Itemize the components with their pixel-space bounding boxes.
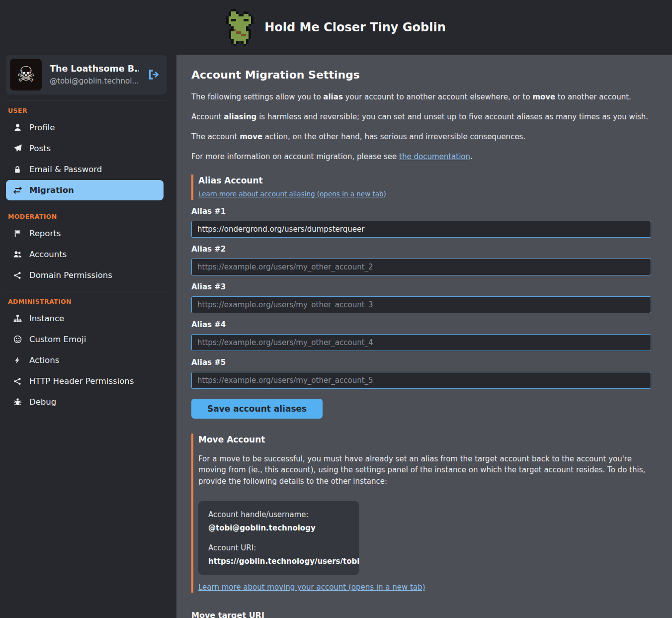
users-icon <box>13 250 22 259</box>
sidebar-section-administration: ADMINISTRATION <box>6 293 172 308</box>
share-nodes-icon <box>13 271 22 279</box>
sidebar-item-domain-permissions[interactable]: Domain Permissions <box>6 265 164 285</box>
main-panel: Account Migration Settings The following… <box>176 55 672 618</box>
user-handle: @tobi@goblin.technol... <box>50 77 139 86</box>
text: The following settings allow you to <box>191 92 323 101</box>
sign-out-icon[interactable] <box>147 68 160 81</box>
alias-1-input[interactable] <box>191 221 651 238</box>
move-account-heading: Move Account <box>198 435 651 444</box>
move-learn-more-link[interactable]: Learn more about moving your account (op… <box>198 583 425 592</box>
text: . <box>470 152 473 161</box>
sidebar-item-http-header-permissions[interactable]: HTTP Header Permissions <box>6 371 164 391</box>
alias-account-section-header: Alias Account Learn more about account a… <box>191 175 651 200</box>
alias-2-label: Alias #2 <box>191 245 651 254</box>
sidebar-item-accounts[interactable]: Accounts <box>6 244 164 265</box>
sidebar-item-label: Accounts <box>29 250 67 259</box>
page-title: Account Migration Settings <box>191 69 651 81</box>
sidebar-section-user: USER <box>6 102 172 117</box>
user-icon <box>13 123 22 132</box>
header: Hold Me Closer Tiny Goblin <box>0 0 672 55</box>
account-uri-label: Account URI: <box>208 543 349 552</box>
move-details-box: Account handle/username: @tobi@goblin.te… <box>198 501 359 575</box>
alias-2-field: Alias #2 <box>191 245 651 275</box>
sidebar-item-label: HTTP Header Permissions <box>29 376 134 386</box>
text: The account <box>191 132 240 141</box>
sidebar-item-migration[interactable]: Migration <box>6 180 164 200</box>
skull-avatar: ☠ <box>10 59 42 90</box>
flag-icon <box>13 229 22 238</box>
lock-icon <box>13 165 22 174</box>
smiley-icon <box>13 335 22 344</box>
sidebar-section-moderation: MODERATION <box>6 208 172 223</box>
account-handle-label: Account handle/username: <box>208 510 349 519</box>
exchange-arrows-icon <box>13 186 22 194</box>
layout: ☠ The Loathsome B... @tobi@goblin.techno… <box>0 55 672 618</box>
site-title: Hold Me Closer Tiny Goblin <box>264 20 446 34</box>
sidebar-item-label: Profile <box>29 123 55 132</box>
move-account-section: Move Account For a move to be successful… <box>191 434 651 593</box>
intro-paragraph-2: Account aliasing is harmless and reversi… <box>191 111 651 123</box>
text: is harmless and reversible; you can set … <box>256 112 648 121</box>
user-card[interactable]: ☠ The Loathsome B... @tobi@goblin.techno… <box>6 55 167 94</box>
text: Account <box>191 112 224 121</box>
move-account-description: For a move to be successful, you must ha… <box>198 453 646 487</box>
bold-aliasing: aliasing <box>224 112 256 121</box>
alias-4-label: Alias #4 <box>191 320 651 329</box>
alias-3-label: Alias #3 <box>191 282 651 291</box>
alias-5-label: Alias #5 <box>191 358 651 367</box>
sidebar-item-label: Posts <box>29 144 51 153</box>
text: For more information on account migratio… <box>191 152 399 161</box>
alias-2-input[interactable] <box>191 259 651 275</box>
alias-3-field: Alias #3 <box>191 282 651 313</box>
alias-5-input[interactable] <box>191 372 651 389</box>
sidebar-item-label: Actions <box>29 355 59 365</box>
sitemap-icon <box>13 314 22 323</box>
sidebar-item-label: Custom Emoji <box>29 335 86 344</box>
sidebar-item-label: Migration <box>29 185 74 195</box>
save-account-aliases-button[interactable]: Save account aliases <box>191 399 323 419</box>
alias-1-field: Alias #1 <box>191 207 651 238</box>
sidebar-item-debug[interactable]: Debug <box>6 392 164 412</box>
sidebar-item-label: Reports <box>29 229 61 238</box>
user-display-name: The Loathsome B... <box>50 64 139 74</box>
pixel-goblin-logo <box>226 9 253 46</box>
sidebar-item-instance[interactable]: Instance <box>6 308 164 329</box>
sidebar-divider <box>6 291 167 291</box>
alias-5-field: Alias #5 <box>191 358 651 389</box>
alias-3-input[interactable] <box>191 296 651 313</box>
alias-4-field: Alias #4 <box>191 320 651 351</box>
share-nodes-icon <box>13 377 22 385</box>
bold-move: move <box>532 92 555 101</box>
sidebar-item-posts[interactable]: Posts <box>6 138 164 159</box>
bold-alias: alias <box>323 92 342 101</box>
sidebar-item-custom-emoji[interactable]: Custom Emoji <box>6 329 164 350</box>
account-handle-value: @tobi@goblin.technology <box>208 524 349 532</box>
intro-paragraph-4: For more information on account migratio… <box>191 151 651 163</box>
account-uri-value: https://goblin.technology/users/tobi <box>208 557 349 566</box>
sidebar-divider <box>6 206 167 206</box>
sidebar-item-profile[interactable]: Profile <box>6 117 164 138</box>
sidebar-item-email-password[interactable]: Email & Password <box>6 159 164 179</box>
bold-move: move <box>240 132 262 141</box>
sidebar-item-label: Domain Permissions <box>29 270 112 280</box>
text: your account to another account elsewher… <box>343 92 533 101</box>
intro-paragraph-1: The following settings allow you to alia… <box>191 91 651 103</box>
sidebar-divider <box>6 100 167 100</box>
sidebar-item-actions[interactable]: Actions <box>6 350 164 370</box>
documentation-link[interactable]: the documentation <box>399 152 470 161</box>
sidebar-item-reports[interactable]: Reports <box>6 223 164 244</box>
sidebar: ☠ The Loathsome B... @tobi@goblin.techno… <box>0 55 172 618</box>
text: to another account. <box>555 92 631 101</box>
alias-1-label: Alias #1 <box>191 207 651 216</box>
alias-account-heading: Alias Account <box>198 176 651 185</box>
sidebar-item-label: Email & Password <box>29 165 102 174</box>
intro-paragraph-3: The account move action, on the other ha… <box>191 131 651 143</box>
move-target-uri-label: Move target URI <box>191 611 651 618</box>
alias-learn-more-link[interactable]: Learn more about account aliasing (opens… <box>198 190 386 198</box>
text: action, on the other hand, has serious a… <box>262 132 525 141</box>
sidebar-item-label: Debug <box>29 397 56 407</box>
paper-plane-icon <box>13 144 22 153</box>
alias-4-input[interactable] <box>191 334 651 351</box>
bolt-icon <box>13 356 22 364</box>
bug-icon <box>13 398 22 406</box>
